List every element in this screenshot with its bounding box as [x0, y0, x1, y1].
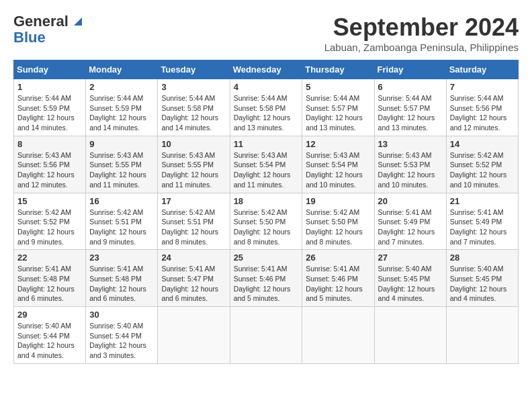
day-detail: Sunrise: 5:41 AMSunset: 5:49 PMDaylight:… — [378, 208, 435, 246]
logo-text: General — [13, 13, 69, 30]
day-detail: Sunrise: 5:42 AMSunset: 5:51 PMDaylight:… — [161, 208, 218, 246]
day-detail: Sunrise: 5:44 AMSunset: 5:59 PMDaylight:… — [17, 94, 75, 132]
day-detail: Sunrise: 5:41 AMSunset: 5:46 PMDaylight:… — [234, 265, 291, 302]
calendar-cell: 16 Sunrise: 5:42 AMSunset: 5:51 PMDaylig… — [86, 193, 158, 250]
calendar-cell: 13 Sunrise: 5:43 AMSunset: 5:53 PMDaylig… — [374, 136, 446, 193]
day-number: 17 — [161, 196, 226, 206]
calendar-cell: 24 Sunrise: 5:41 AMSunset: 5:47 PMDaylig… — [158, 250, 230, 307]
day-number: 29 — [17, 310, 82, 320]
day-detail: Sunrise: 5:41 AMSunset: 5:46 PMDaylight:… — [306, 265, 363, 302]
day-number: 10 — [161, 139, 226, 149]
calendar-cell: 10 Sunrise: 5:43 AMSunset: 5:55 PMDaylig… — [158, 136, 230, 193]
day-number: 15 — [17, 196, 82, 206]
day-number: 16 — [89, 196, 154, 206]
day-number: 24 — [161, 253, 226, 263]
calendar-cell: 26 Sunrise: 5:41 AMSunset: 5:46 PMDaylig… — [302, 250, 374, 307]
calendar-cell: 12 Sunrise: 5:43 AMSunset: 5:54 PMDaylig… — [302, 136, 374, 193]
calendar-cell: 27 Sunrise: 5:40 AMSunset: 5:45 PMDaylig… — [374, 250, 446, 307]
day-detail: Sunrise: 5:43 AMSunset: 5:55 PMDaylight:… — [161, 151, 218, 189]
day-detail: Sunrise: 5:42 AMSunset: 5:51 PMDaylight:… — [89, 208, 146, 246]
day-number: 27 — [378, 253, 443, 263]
calendar-cell: 18 Sunrise: 5:42 AMSunset: 5:50 PMDaylig… — [230, 193, 302, 250]
day-number: 9 — [89, 139, 154, 149]
day-number: 12 — [306, 139, 370, 149]
day-number: 6 — [378, 82, 443, 92]
day-number: 11 — [234, 139, 299, 149]
day-detail: Sunrise: 5:43 AMSunset: 5:54 PMDaylight:… — [306, 151, 363, 189]
day-number: 8 — [17, 139, 82, 149]
day-number: 5 — [306, 82, 370, 92]
day-detail: Sunrise: 5:42 AMSunset: 5:50 PMDaylight:… — [306, 208, 363, 246]
svg-marker-0 — [74, 17, 82, 26]
calendar-cell: 11 Sunrise: 5:43 AMSunset: 5:54 PMDaylig… — [230, 136, 302, 193]
day-detail: Sunrise: 5:44 AMSunset: 5:56 PMDaylight:… — [450, 94, 507, 132]
day-detail: Sunrise: 5:43 AMSunset: 5:56 PMDaylight:… — [17, 151, 75, 189]
col-header-saturday: Saturday — [446, 60, 518, 79]
calendar-cell: 21 Sunrise: 5:41 AMSunset: 5:49 PMDaylig… — [446, 193, 518, 250]
day-detail: Sunrise: 5:44 AMSunset: 5:57 PMDaylight:… — [378, 94, 435, 132]
calendar-cell: 20 Sunrise: 5:41 AMSunset: 5:49 PMDaylig… — [374, 193, 446, 250]
calendar-cell: 15 Sunrise: 5:42 AMSunset: 5:52 PMDaylig… — [14, 193, 86, 250]
day-detail: Sunrise: 5:41 AMSunset: 5:48 PMDaylight:… — [89, 265, 146, 302]
col-header-wednesday: Wednesday — [230, 60, 302, 79]
day-number: 7 — [450, 82, 515, 92]
day-number: 13 — [378, 139, 443, 149]
calendar-cell: 23 Sunrise: 5:41 AMSunset: 5:48 PMDaylig… — [86, 250, 158, 307]
col-header-friday: Friday — [374, 60, 446, 79]
calendar-table: SundayMondayTuesdayWednesdayThursdayFrid… — [13, 60, 519, 364]
day-detail: Sunrise: 5:42 AMSunset: 5:52 PMDaylight:… — [450, 151, 507, 189]
day-detail: Sunrise: 5:40 AMSunset: 5:45 PMDaylight:… — [450, 265, 507, 302]
day-detail: Sunrise: 5:43 AMSunset: 5:55 PMDaylight:… — [89, 151, 146, 189]
logo-blue-text: Blue — [13, 29, 46, 46]
calendar-cell: 9 Sunrise: 5:43 AMSunset: 5:55 PMDayligh… — [86, 136, 158, 193]
calendar-cell: 5 Sunrise: 5:44 AMSunset: 5:57 PMDayligh… — [302, 79, 374, 136]
col-header-tuesday: Tuesday — [158, 60, 230, 79]
day-number: 20 — [378, 196, 443, 206]
logo: General Blue — [13, 13, 85, 46]
calendar-cell: 14 Sunrise: 5:42 AMSunset: 5:52 PMDaylig… — [446, 136, 518, 193]
day-number: 21 — [450, 196, 515, 206]
calendar-cell: 25 Sunrise: 5:41 AMSunset: 5:46 PMDaylig… — [230, 250, 302, 307]
day-number: 4 — [234, 82, 299, 92]
calendar-cell: 3 Sunrise: 5:44 AMSunset: 5:58 PMDayligh… — [158, 79, 230, 136]
calendar-cell: 6 Sunrise: 5:44 AMSunset: 5:57 PMDayligh… — [374, 79, 446, 136]
day-detail: Sunrise: 5:41 AMSunset: 5:48 PMDaylight:… — [17, 265, 75, 302]
day-number: 22 — [17, 253, 82, 263]
day-number: 25 — [234, 253, 299, 263]
calendar-cell: 17 Sunrise: 5:42 AMSunset: 5:51 PMDaylig… — [158, 193, 230, 250]
day-detail: Sunrise: 5:43 AMSunset: 5:54 PMDaylight:… — [234, 151, 291, 189]
day-detail: Sunrise: 5:40 AMSunset: 5:44 PMDaylight:… — [17, 322, 75, 359]
day-detail: Sunrise: 5:44 AMSunset: 5:58 PMDaylight:… — [234, 94, 291, 132]
day-number: 14 — [450, 139, 515, 149]
day-detail: Sunrise: 5:40 AMSunset: 5:44 PMDaylight:… — [89, 322, 146, 359]
location-text: Labuan, Zamboanga Peninsula, Philippines — [324, 42, 519, 53]
calendar-cell — [374, 307, 446, 364]
day-number: 1 — [17, 82, 82, 92]
calendar-cell: 7 Sunrise: 5:44 AMSunset: 5:56 PMDayligh… — [446, 79, 518, 136]
day-number: 30 — [89, 310, 154, 320]
calendar-cell: 8 Sunrise: 5:43 AMSunset: 5:56 PMDayligh… — [14, 136, 86, 193]
day-number: 28 — [450, 253, 515, 263]
month-title: September 2024 — [324, 13, 519, 42]
calendar-cell: 28 Sunrise: 5:40 AMSunset: 5:45 PMDaylig… — [446, 250, 518, 307]
day-detail: Sunrise: 5:43 AMSunset: 5:53 PMDaylight:… — [378, 151, 435, 189]
calendar-cell: 19 Sunrise: 5:42 AMSunset: 5:50 PMDaylig… — [302, 193, 374, 250]
day-detail: Sunrise: 5:42 AMSunset: 5:52 PMDaylight:… — [17, 208, 75, 246]
day-number: 23 — [89, 253, 154, 263]
day-number: 2 — [89, 82, 154, 92]
page-header: General Blue September 2024 Labuan, Zamb… — [13, 13, 519, 53]
day-detail: Sunrise: 5:41 AMSunset: 5:49 PMDaylight:… — [450, 208, 507, 246]
col-header-monday: Monday — [86, 60, 158, 79]
day-detail: Sunrise: 5:42 AMSunset: 5:50 PMDaylight:… — [234, 208, 291, 246]
day-number: 18 — [234, 196, 299, 206]
day-detail: Sunrise: 5:44 AMSunset: 5:57 PMDaylight:… — [306, 94, 363, 132]
day-number: 3 — [161, 82, 226, 92]
logo-icon — [70, 13, 85, 28]
day-detail: Sunrise: 5:40 AMSunset: 5:45 PMDaylight:… — [378, 265, 435, 302]
calendar-cell: 2 Sunrise: 5:44 AMSunset: 5:59 PMDayligh… — [86, 79, 158, 136]
col-header-thursday: Thursday — [302, 60, 374, 79]
day-number: 19 — [306, 196, 370, 206]
calendar-cell — [446, 307, 518, 364]
col-header-sunday: Sunday — [14, 60, 86, 79]
calendar-cell: 4 Sunrise: 5:44 AMSunset: 5:58 PMDayligh… — [230, 79, 302, 136]
